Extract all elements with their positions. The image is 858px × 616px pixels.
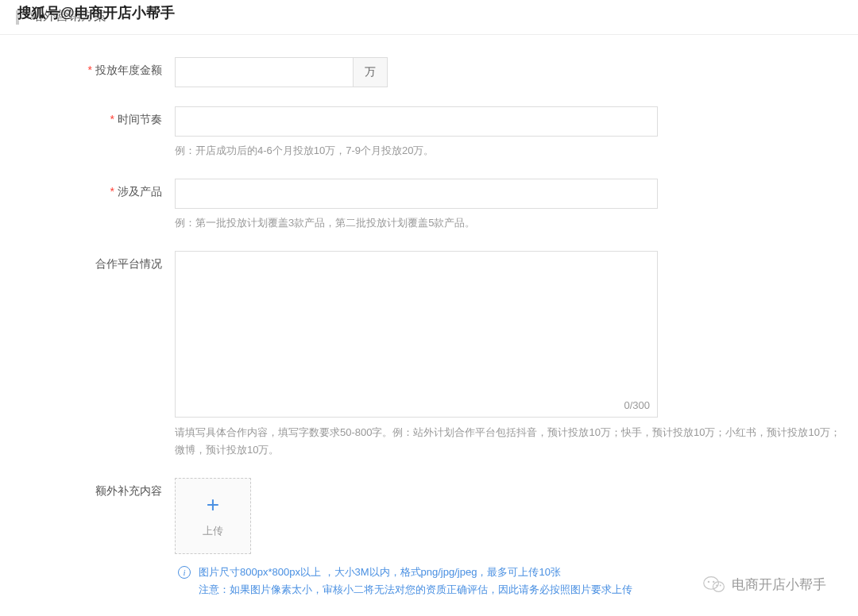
products-input[interactable] bbox=[175, 179, 658, 209]
plus-icon: + bbox=[207, 494, 219, 516]
svg-point-3 bbox=[713, 581, 714, 583]
row-annual-amount: *投放年度金额 万 bbox=[16, 57, 842, 87]
annual-amount-input[interactable] bbox=[175, 57, 354, 87]
hint-time-rhythm: 例：开店成功后的4-6个月投放10万，7-9个月投放20万。 bbox=[175, 143, 842, 160]
label-platform: 合作平台情况 bbox=[16, 251, 175, 459]
upload-button[interactable]: + 上传 bbox=[175, 478, 251, 554]
hint-products: 例：第一批投放计划覆盖3款产品，第二批投放计划覆盖5款产品。 bbox=[175, 215, 842, 232]
svg-point-0 bbox=[704, 577, 719, 590]
platform-textarea[interactable] bbox=[175, 251, 658, 418]
hint-platform: 请填写具体合作内容，填写字数要求50-800字。例：站外计划合作平台包括抖音，预… bbox=[175, 424, 842, 459]
label-annual-amount: *投放年度金额 bbox=[16, 57, 175, 87]
svg-point-5 bbox=[720, 585, 721, 587]
row-products: *涉及产品 例：第一批投放计划覆盖3款产品，第二批投放计划覆盖5款产品。 bbox=[16, 179, 842, 232]
svg-point-4 bbox=[716, 585, 717, 587]
info-line-1: 图片尺寸800px*800px以上 ，大小3M以内，格式png/jpg/jpeg… bbox=[199, 564, 632, 581]
bottom-watermark-text: 电商开店小帮手 bbox=[732, 576, 826, 594]
label-extra: 额外补充内容 bbox=[16, 478, 175, 554]
row-platform: 合作平台情况 0/300 请填写具体合作内容，填写字数要求50-800字。例：站… bbox=[16, 251, 842, 459]
label-time-rhythm: *时间节奏 bbox=[16, 106, 175, 160]
info-line-2: 注意：如果图片像素太小，审核小二将无法对您的资质正确评估，因此请务必按照图片要求… bbox=[199, 581, 632, 599]
label-time-rhythm-text: 时间节奏 bbox=[118, 113, 162, 125]
required-star: * bbox=[88, 64, 92, 76]
svg-point-2 bbox=[708, 581, 709, 583]
row-time-rhythm: *时间节奏 例：开店成功后的4-6个月投放10万，7-9个月投放20万。 bbox=[16, 106, 842, 160]
required-star: * bbox=[110, 113, 114, 125]
info-text: 图片尺寸800px*800px以上 ，大小3M以内，格式png/jpg/jpeg… bbox=[199, 564, 632, 599]
required-star: * bbox=[110, 185, 114, 198]
wechat-icon bbox=[703, 575, 725, 594]
label-annual-amount-text: 投放年度金额 bbox=[95, 64, 162, 76]
label-products: *涉及产品 bbox=[16, 179, 175, 232]
label-products-text: 涉及产品 bbox=[118, 185, 162, 198]
row-extra: 额外补充内容 + 上传 bbox=[16, 478, 842, 554]
top-watermark: 搜狐号@电商开店小帮手 bbox=[17, 3, 175, 22]
time-rhythm-input[interactable] bbox=[175, 106, 658, 137]
label-platform-text: 合作平台情况 bbox=[95, 257, 162, 270]
info-icon: i bbox=[178, 566, 191, 579]
label-extra-text: 额外补充内容 bbox=[95, 484, 162, 497]
form-container: *投放年度金额 万 *时间节奏 例：开店成功后的4-6个月投放10万，7-9个月… bbox=[0, 35, 858, 614]
suffix-wan: 万 bbox=[354, 57, 388, 87]
char-counter: 0/300 bbox=[624, 399, 650, 411]
bottom-watermark: 电商开店小帮手 bbox=[703, 575, 826, 594]
upload-text: 上传 bbox=[203, 524, 223, 538]
